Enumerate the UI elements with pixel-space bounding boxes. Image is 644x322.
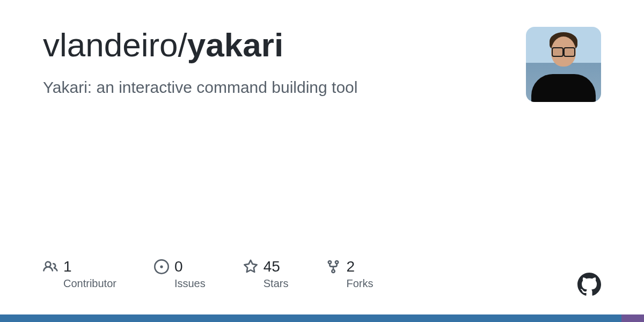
repo-owner[interactable]: vlandeiro xyxy=(43,26,178,63)
stat-stars[interactable]: 45 Stars xyxy=(243,258,289,290)
language-segment xyxy=(0,314,621,322)
issue-icon xyxy=(154,259,169,274)
repo-title: vlandeiro/yakari xyxy=(43,27,504,63)
stat-label: Forks xyxy=(346,277,373,290)
stat-count: 0 xyxy=(174,258,183,275)
stat-label: Contributor xyxy=(63,277,116,290)
repo-separator: / xyxy=(178,26,187,63)
stat-label: Stars xyxy=(264,277,289,290)
stat-issues[interactable]: 0 Issues xyxy=(154,258,206,290)
stats-row: 1 Contributor 0 Issues 45 Stars xyxy=(43,258,373,290)
star-icon xyxy=(243,259,258,274)
fork-icon xyxy=(326,259,341,274)
stat-forks[interactable]: 2 Forks xyxy=(326,258,373,290)
repo-description: Yakari: an interactive command building … xyxy=(43,76,504,99)
stat-contributors[interactable]: 1 Contributor xyxy=(43,258,116,290)
people-icon xyxy=(43,259,58,274)
stat-count: 45 xyxy=(264,258,280,275)
avatar[interactable] xyxy=(526,27,601,102)
language-bar xyxy=(0,314,644,322)
github-logo-icon[interactable] xyxy=(577,273,601,296)
repo-name[interactable]: yakari xyxy=(187,26,283,63)
stat-label: Issues xyxy=(174,277,206,290)
language-segment xyxy=(621,314,644,322)
stat-count: 1 xyxy=(63,258,72,275)
stat-count: 2 xyxy=(346,258,355,275)
